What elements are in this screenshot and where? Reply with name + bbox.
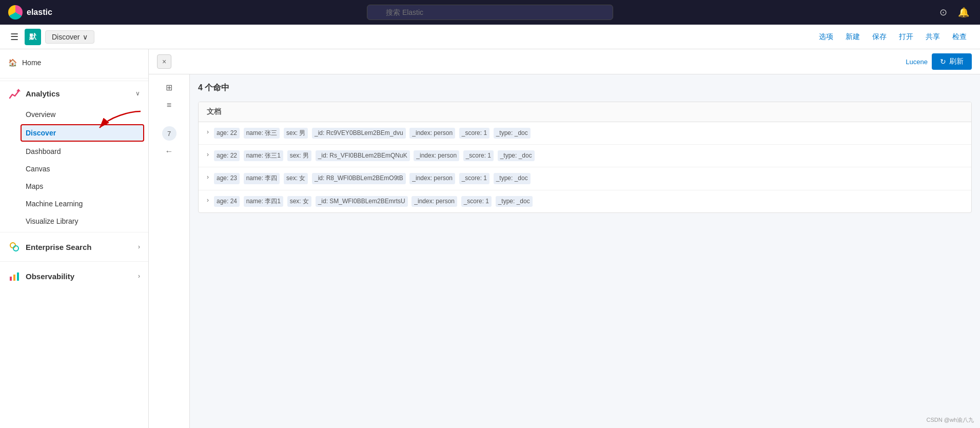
field-score: _score: 1 — [459, 173, 489, 184]
results-header: 文档 — [199, 102, 971, 122]
field-type: _type: _doc — [496, 196, 533, 207]
help-icon-button[interactable]: ⊙ — [935, 4, 951, 21]
table-row[interactable]: › age: 23 name: 李四 sex: 女 _id: R8_WFI0BB… — [199, 167, 971, 190]
lucene-badge[interactable]: Lucene — [906, 58, 928, 66]
analytics-section-wrapper: Analytics ∨ Overview Discover — [0, 81, 148, 230]
sidebar-item-discover[interactable]: Discover — [21, 124, 144, 142]
field-count-badge: 7 — [162, 126, 177, 141]
global-search-container: 🔍 — [367, 5, 613, 20]
query-bar: × Lucene ↻ 刷新 — [149, 49, 980, 74]
watermark: CSDN @wh渝八九 — [927, 416, 974, 424]
field-name: name: 李四1 — [244, 196, 283, 207]
field-score: _score: 1 — [461, 196, 492, 207]
main-content: ⊞ ≡ 7 ← 4 个命中 文档 › age: 22 — [149, 74, 980, 428]
save-button[interactable]: 保存 — [867, 29, 892, 45]
row-content: age: 22 name: 张三1 sex: 男 _id: Rs_VFI0BBL… — [213, 150, 963, 162]
divider-2 — [0, 232, 148, 232]
refresh-button[interactable]: ↻ 刷新 — [932, 53, 972, 70]
sidebar-item-overview[interactable]: Overview — [0, 106, 148, 123]
field-name: name: 张三 — [244, 128, 280, 139]
content-area: × Lucene ↻ 刷新 ⊞ ≡ 7 — [149, 49, 980, 428]
row-content: age: 22 name: 张三 sex: 男 _id: Rc9VEY0BBLe… — [213, 127, 963, 139]
sidebar-home-item[interactable]: 🏠 Home — [0, 53, 148, 72]
table-row[interactable]: › age: 22 name: 张三 sex: 男 _id: Rc9VEY0BB… — [199, 122, 971, 145]
collapse-panel-button[interactable]: ← — [165, 147, 173, 156]
field-sex: sex: 男 — [287, 150, 311, 161]
field-id: _id: R8_WFI0BBLem2BEmO9tB — [312, 173, 406, 184]
options-button[interactable]: 选项 — [814, 29, 838, 45]
discover-label: Discover — [26, 129, 56, 137]
row-content: age: 23 name: 李四 sex: 女 _id: R8_WFI0BBLe… — [213, 172, 963, 184]
global-search-input[interactable] — [367, 5, 613, 20]
enterprise-search-left: Enterprise Search — [8, 241, 91, 253]
divider-3 — [0, 261, 148, 262]
discover-tab[interactable]: Discover ∨ — [45, 30, 94, 44]
results-count: 4 个命中 — [198, 83, 972, 93]
elastic-logo-text: elastic — [27, 8, 52, 17]
elastic-logo[interactable]: elastic — [8, 5, 52, 20]
notifications-icon-button[interactable]: 🔔 — [955, 4, 972, 21]
analytics-header[interactable]: Analytics ∨ — [0, 81, 148, 106]
share-button[interactable]: 共享 — [920, 29, 945, 45]
app-toolbar: ☰ 默 Discover ∨ 选项 新建 保存 打开 共享 检查 — [0, 25, 980, 49]
hamburger-icon: ☰ — [10, 32, 18, 42]
field-score: _score: 1 — [459, 128, 489, 139]
new-button[interactable]: 新建 — [840, 29, 865, 45]
field-name: name: 张三1 — [244, 150, 283, 161]
left-panel: ⊞ ≡ 7 ← — [149, 74, 190, 428]
sidebar-item-dashboard[interactable]: Dashboard — [0, 143, 148, 160]
list-icon: ≡ — [167, 101, 171, 109]
refresh-label: 刷新 — [949, 57, 964, 66]
row-expand-icon: › — [207, 128, 209, 135]
sidebar-item-machine-learning[interactable]: Machine Learning — [0, 195, 148, 212]
query-bar-right: Lucene ↻ 刷新 — [906, 53, 972, 70]
main-layout: 🏠 Home Analytics ∨ — [0, 49, 980, 428]
open-button[interactable]: 打开 — [894, 29, 918, 45]
divider-1 — [0, 78, 148, 79]
field-index: _index: person — [414, 150, 459, 161]
row-expand-icon: › — [207, 173, 209, 181]
enterprise-search-header[interactable]: Enterprise Search › — [0, 235, 148, 259]
field-sex: sex: 男 — [284, 128, 308, 139]
discover-tab-label: Discover — [52, 33, 80, 41]
observability-title: Observability — [26, 272, 74, 281]
svg-rect-4 — [10, 277, 12, 281]
close-icon: × — [162, 57, 166, 66]
row-expand-icon: › — [207, 151, 209, 158]
avatar-text: 默 — [29, 32, 36, 42]
observability-header[interactable]: Observability › — [0, 264, 148, 288]
enterprise-search-title: Enterprise Search — [26, 243, 91, 251]
sidebar-item-visualize-library[interactable]: Visualize Library — [0, 212, 148, 230]
sidebar-item-canvas[interactable]: Canvas — [0, 160, 148, 178]
analytics-title: Analytics — [26, 89, 60, 98]
field-age: age: 22 — [214, 150, 240, 161]
svg-point-2 — [10, 243, 15, 248]
toolbar-actions: 选项 新建 保存 打开 共享 检查 — [814, 29, 972, 45]
inspect-button[interactable]: 检查 — [947, 29, 972, 45]
analytics-left: Analytics — [8, 87, 60, 100]
results-area: 4 个命中 文档 › age: 22 name: 张三 sex: 男 _id: … — [190, 74, 980, 428]
sidebar-item-maps[interactable]: Maps — [0, 178, 148, 195]
results-table: 文档 › age: 22 name: 张三 sex: 男 _id: Rc9VEY… — [198, 102, 972, 213]
table-row[interactable]: › age: 22 name: 张三1 sex: 男 _id: Rs_VFI0B… — [199, 145, 971, 167]
field-age: age: 24 — [214, 196, 240, 207]
sidebar: 🏠 Home Analytics ∨ — [0, 49, 149, 428]
field-id: _id: Rs_VFI0BBLem2BEmQNuK — [316, 150, 410, 161]
home-label: Home — [22, 59, 41, 67]
user-avatar-button[interactable]: 默 — [25, 29, 41, 45]
grid-view-button[interactable]: ⊞ — [164, 81, 174, 94]
field-age: age: 23 — [214, 173, 240, 184]
hamburger-menu-button[interactable]: ☰ — [8, 29, 21, 45]
field-type: _type: _doc — [498, 150, 535, 161]
home-icon: 🏠 — [8, 59, 17, 67]
analytics-icon — [8, 87, 21, 100]
refresh-icon: ↻ — [940, 57, 946, 66]
close-query-button[interactable]: × — [157, 54, 171, 69]
list-view-button[interactable]: ≡ — [165, 99, 173, 112]
table-row[interactable]: › age: 24 name: 李四1 sex: 女 _id: SM_WFI0B… — [199, 190, 971, 212]
sidebar-items-list: Overview Discover Dashboard Canvas Maps … — [0, 106, 148, 230]
elastic-logo-icon — [8, 5, 23, 20]
row-content: age: 24 name: 李四1 sex: 女 _id: SM_WFI0BBL… — [213, 196, 963, 207]
canvas-label: Canvas — [26, 165, 50, 173]
field-index: _index: person — [411, 196, 457, 207]
